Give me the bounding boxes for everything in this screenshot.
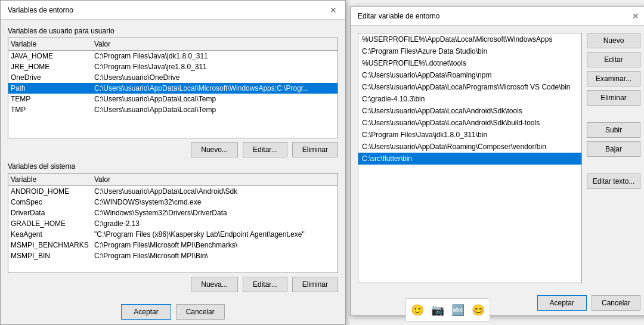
system-val-cell: C:\gradle-2.13 xyxy=(94,219,335,228)
emoji-happy[interactable]: 😊 xyxy=(472,304,485,317)
path-list-item[interactable]: C:\Program Files\Java\jdk1.8.0_311\bin xyxy=(358,129,581,141)
emoji-smile[interactable]: 🙂 xyxy=(411,304,424,317)
path-list-item[interactable]: C:\Users\usuario\AppData\Local\Programs\… xyxy=(358,81,581,93)
path-list-item[interactable]: %USERPROFILE%\AppData\Local\Microsoft\Wi… xyxy=(358,33,581,45)
left-title-bar: Variables de entorno ✕ xyxy=(1,1,345,20)
system-val-cell: C:\Program Files\Microsoft MPI\Bin\ xyxy=(94,252,335,260)
right-aceptar-button[interactable]: Aceptar xyxy=(537,295,587,311)
user-val-cell: C:\Program Files\Java\jdk1.8.0_311 xyxy=(94,52,335,60)
edit-env-var-dialog: Editar variable de entorno ✕ %USERPROFIL… xyxy=(350,6,644,316)
user-buttons-row: Nuevo... Editar... Eliminar xyxy=(8,142,338,157)
right-editar-texto-button[interactable]: Editar texto... xyxy=(587,174,640,189)
path-list-item[interactable]: C:\Users\usuario\AppData\Local\Android\S… xyxy=(358,117,581,129)
right-nuevo-button[interactable]: Nuevo xyxy=(587,33,640,48)
user-section-label: Variables de usuario para usuario xyxy=(8,27,338,35)
path-list-item[interactable]: C:\Program Files\Azure Data Studio\bin xyxy=(358,45,581,57)
system-val-cell: C:\Program Files\Microsoft MPI\Benchmark… xyxy=(94,241,335,249)
system-var-cell: MSMPI_BIN xyxy=(11,252,94,260)
user-eliminar-button[interactable]: Eliminar xyxy=(292,142,338,157)
path-list-item[interactable]: C:\gradle-4.10.3\bin xyxy=(358,93,581,105)
path-list-item[interactable]: C:\Users\usuario\AppData\Roaming\Compose… xyxy=(358,141,581,153)
system-var-cell: MSMPI_BENCHMARKS xyxy=(11,241,94,249)
system-table-row[interactable]: ANDROID_HOME C:\Users\usuario\AppData\Lo… xyxy=(8,186,338,197)
left-aceptar-button[interactable]: Aceptar xyxy=(121,304,171,320)
system-variables-table: Variable Valor ANDROID_HOME C:\Users\usu… xyxy=(8,173,338,274)
system-eliminar-button[interactable]: Eliminar xyxy=(292,277,338,292)
right-examinar-button[interactable]: Examinar... xyxy=(587,71,640,86)
left-cancelar-button[interactable]: Cancelar xyxy=(176,304,225,320)
path-list-item[interactable]: C:\Users\usuario\AppData\Roaming\npm xyxy=(358,69,581,81)
system-var-cell: KeaAgent xyxy=(11,230,94,239)
right-subir-button[interactable]: Subir xyxy=(587,122,640,138)
system-val-cell: C:\WINDOWS\system32\cmd.exe xyxy=(94,198,335,206)
left-bottom-buttons: Aceptar Cancelar xyxy=(1,299,345,324)
user-var-cell: OneDrive xyxy=(11,73,94,82)
right-dialog-title: Editar variable de entorno xyxy=(358,12,439,20)
system-val-cell: "C:\Program Files (x86)\Kaspersky Lab\En… xyxy=(94,230,335,239)
system-buttons-row: Nueva... Editar... Eliminar xyxy=(8,277,338,292)
user-var-cell: JRE_HOME xyxy=(11,63,94,71)
user-table-row[interactable]: TMP C:\Users\usuario\AppData\Local\Temp xyxy=(8,104,338,115)
system-var-cell: DriverData xyxy=(11,209,94,217)
left-dialog-content: Variables de usuario para usuario Variab… xyxy=(1,20,345,299)
left-close-button[interactable]: ✕ xyxy=(329,5,338,15)
right-editar-button[interactable]: Editar xyxy=(587,52,640,67)
system-header-variable: Variable xyxy=(11,175,94,184)
system-var-cell: GRADLE_HOME xyxy=(11,219,94,228)
right-bottom-buttons: Aceptar Cancelar xyxy=(351,290,644,315)
user-table-header: Variable Valor xyxy=(8,38,338,51)
system-header-value: Valor xyxy=(94,175,335,184)
emoji-camera[interactable]: 📷 xyxy=(431,304,444,317)
user-var-cell: TEMP xyxy=(11,95,94,103)
system-var-cell: ANDROID_HOME xyxy=(11,187,94,196)
emoji-text[interactable]: 🔤 xyxy=(451,304,465,317)
user-table-row[interactable]: JAVA_HOME C:\Program Files\Java\jdk1.8.0… xyxy=(8,51,338,61)
user-val-cell: C:\Users\usuario\AppData\Local\Temp xyxy=(94,106,335,114)
emoji-bar: 🙂 📷 🔤 😊 xyxy=(405,298,490,322)
system-table-row[interactable]: DriverData C:\Windows\System32\Drivers\D… xyxy=(8,208,338,218)
user-header-variable: Variable xyxy=(11,40,94,48)
user-nuevo-button[interactable]: Nuevo... xyxy=(191,142,238,157)
right-title-bar: Editar variable de entorno ✕ xyxy=(351,7,644,26)
user-header-value: Valor xyxy=(94,40,335,48)
system-table-row[interactable]: MSMPI_BENCHMARKS C:\Program Files\Micros… xyxy=(8,240,338,250)
user-val-cell: C:\Users\usuario\AppData\Local\Temp xyxy=(94,95,335,103)
env-variables-dialog: Variables de entorno ✕ Variables de usua… xyxy=(0,0,346,325)
left-dialog-title: Variables de entorno xyxy=(8,6,73,14)
system-nueva-button[interactable]: Nueva... xyxy=(191,277,238,292)
right-cancelar-button[interactable]: Cancelar xyxy=(592,295,640,311)
right-eliminar-button[interactable]: Eliminar xyxy=(587,90,640,106)
system-table-row[interactable]: MSMPI_BIN C:\Program Files\Microsoft MPI… xyxy=(8,250,338,261)
path-list-item[interactable]: C:\Users\usuario\AppData\Local\Android\S… xyxy=(358,105,581,117)
system-table-row[interactable]: GRADLE_HOME C:\gradle-2.13 xyxy=(8,218,338,229)
system-val-cell: C:\Users\usuario\AppData\Local\Android\S… xyxy=(94,187,335,196)
system-var-cell: ComSpec xyxy=(11,198,94,206)
user-table-row[interactable]: Path C:\Users\usuario\AppData\Local\Micr… xyxy=(8,83,338,94)
path-list-item[interactable]: C:\src\flutter\bin xyxy=(358,153,581,165)
user-val-cell: C:\Users\usuario\AppData\Local\Microsoft… xyxy=(94,84,335,92)
user-editar-button[interactable]: Editar... xyxy=(243,142,287,157)
path-list-item[interactable]: %USERPROFILE%\.dotnet\tools xyxy=(358,57,581,69)
user-var-cell: Path xyxy=(11,84,94,92)
user-var-cell: TMP xyxy=(11,106,94,114)
right-bajar-button[interactable]: Bajar xyxy=(587,141,640,157)
system-variables-section: Variables del sistema Variable Valor AND… xyxy=(8,162,338,293)
user-table-row[interactable]: JRE_HOME C:\Program Files\Java\jre1.8.0_… xyxy=(8,61,338,72)
user-table-row[interactable]: TEMP C:\Users\usuario\AppData\Local\Temp xyxy=(8,94,338,104)
user-table-body: JAVA_HOME C:\Program Files\Java\jdk1.8.0… xyxy=(8,51,338,138)
system-table-header: Variable Valor xyxy=(8,174,338,186)
right-action-buttons: Nuevo Editar Examinar... Eliminar Subir … xyxy=(587,33,640,283)
user-variables-section: Variables de usuario para usuario Variab… xyxy=(8,27,338,157)
system-val-cell: C:\Windows\System32\Drivers\DriverData xyxy=(94,209,335,217)
user-var-cell: JAVA_HOME xyxy=(11,52,94,60)
system-editar-button[interactable]: Editar... xyxy=(243,277,287,292)
user-val-cell: C:\Program Files\Java\jre1.8.0_311 xyxy=(94,63,335,71)
system-table-row[interactable]: KeaAgent "C:\Program Files (x86)\Kaspers… xyxy=(8,229,338,240)
user-table-row[interactable]: OneDrive C:\Users\usuario\OneDrive xyxy=(8,72,338,83)
right-close-button[interactable]: ✕ xyxy=(631,11,640,21)
user-val-cell: C:\Users\usuario\OneDrive xyxy=(94,73,335,82)
right-dialog-content: %USERPROFILE%\AppData\Local\Microsoft\Wi… xyxy=(351,26,644,290)
system-table-body: ANDROID_HOME C:\Users\usuario\AppData\Lo… xyxy=(8,186,338,273)
system-table-row[interactable]: ComSpec C:\WINDOWS\system32\cmd.exe xyxy=(8,197,338,208)
system-section-label: Variables del sistema xyxy=(8,162,338,171)
